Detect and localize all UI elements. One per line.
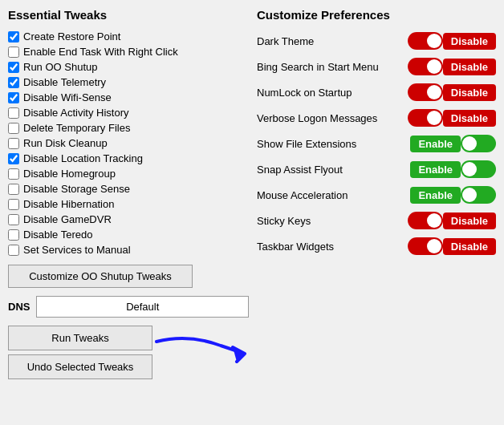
- checkbox-cb13[interactable]: [8, 214, 19, 225]
- checkbox-label: Enable End Task With Right Click: [23, 46, 178, 58]
- toggle-wrap[interactable]: Enable: [410, 135, 496, 152]
- dns-input[interactable]: [36, 296, 249, 318]
- toggle-label: Disable: [443, 110, 496, 127]
- toggle-switch[interactable]: [461, 135, 496, 152]
- arrow-indicator: [148, 330, 253, 366]
- checkbox-cb8[interactable]: [8, 138, 19, 149]
- toggle-wrap[interactable]: Enable: [410, 160, 496, 178]
- pref-label: Sticky Keys: [257, 215, 401, 227]
- preference-list: Dark ThemeDisableBing Search in Start Me…: [257, 28, 496, 259]
- checkbox-cb6[interactable]: [8, 107, 19, 119]
- checkbox-label: Disable GameDVR: [23, 213, 112, 225]
- checkbox-item[interactable]: Disable Activity History: [8, 106, 249, 119]
- pref-label: Dark Theme: [257, 35, 401, 47]
- toggle-switch[interactable]: [408, 83, 443, 101]
- checkbox-cb11[interactable]: [8, 184, 19, 195]
- pref-label: NumLock on Startup: [257, 87, 401, 99]
- checkbox-item[interactable]: Enable End Task With Right Click: [8, 45, 249, 59]
- toggle-wrap[interactable]: Disable: [408, 58, 496, 75]
- checkbox-cb4[interactable]: [8, 77, 19, 88]
- checkbox-label: Disable Storage Sense: [23, 183, 130, 195]
- dns-label: DNS: [8, 301, 30, 313]
- pref-row: Taskbar WidgetsDisable: [257, 233, 496, 259]
- checkbox-label: Delete Temporary Files: [23, 122, 130, 134]
- pref-row: Sticky KeysDisable: [257, 208, 496, 233]
- checkbox-label: Disable Activity History: [23, 107, 128, 119]
- toggle-wrap[interactable]: Enable: [410, 186, 496, 204]
- action-buttons: Run Tweaks Undo Selected Tweaks: [8, 326, 249, 379]
- checkbox-cb3[interactable]: [8, 62, 19, 73]
- toggle-label: Disable: [443, 238, 496, 255]
- checkbox-cb5[interactable]: [8, 92, 19, 103]
- checkbox-item[interactable]: Run Disk Cleanup: [8, 136, 249, 150]
- checkbox-cb10[interactable]: [8, 168, 19, 180]
- checkbox-label: Run Disk Cleanup: [23, 137, 108, 149]
- toggle-switch[interactable]: [408, 58, 443, 75]
- checkbox-cb14[interactable]: [8, 229, 19, 241]
- checkbox-label: Create Restore Point: [23, 30, 120, 42]
- toggle-label: Enable: [410, 187, 461, 204]
- toggle-switch[interactable]: [408, 212, 443, 229]
- pref-label: Verbose Logon Messages: [257, 112, 401, 124]
- checkbox-item[interactable]: Disable Telemetry: [8, 75, 249, 89]
- pref-row: Verbose Logon MessagesDisable: [257, 105, 496, 131]
- run-tweaks-button[interactable]: Run Tweaks: [8, 326, 152, 350]
- checkbox-cb2[interactable]: [8, 47, 19, 58]
- toggle-wrap[interactable]: Disable: [408, 237, 496, 255]
- toggle-wrap[interactable]: Disable: [408, 83, 496, 101]
- checkbox-item[interactable]: Disable Storage Sense: [8, 182, 249, 196]
- checkbox-item[interactable]: Delete Temporary Files: [8, 121, 249, 135]
- checkbox-item[interactable]: Disable Homegroup: [8, 167, 249, 180]
- checkbox-item[interactable]: Disable Wifi-Sense: [8, 91, 249, 104]
- checkbox-cb1[interactable]: [8, 31, 19, 42]
- toggle-label: Disable: [443, 84, 496, 101]
- checkbox-item[interactable]: Disable Location Tracking: [8, 152, 249, 165]
- checkbox-cb12[interactable]: [8, 199, 19, 210]
- toggle-switch[interactable]: [461, 186, 496, 204]
- checkbox-item[interactable]: Create Restore Point: [8, 30, 249, 43]
- toggle-switch[interactable]: [408, 237, 443, 255]
- toggle-wrap[interactable]: Disable: [408, 32, 496, 50]
- checkbox-item[interactable]: Set Services to Manual: [8, 243, 249, 257]
- pref-row: Snap Assist FlyoutEnable: [257, 156, 496, 182]
- pref-label: Show File Extensions: [257, 138, 404, 150]
- pref-label: Mouse Acceleration: [257, 189, 404, 201]
- toggle-label: Disable: [443, 212, 496, 229]
- checkbox-label: Run OO Shutup: [23, 61, 98, 73]
- undo-selected-tweaks-button[interactable]: Undo Selected Tweaks: [8, 354, 152, 379]
- pref-row: Dark ThemeDisable: [257, 28, 496, 54]
- left-panel: Essential Tweaks Create Restore PointEna…: [8, 8, 249, 417]
- checkbox-cb9[interactable]: [8, 153, 19, 164]
- checkbox-list: Create Restore PointEnable End Task With…: [8, 30, 249, 257]
- checkbox-label: Set Services to Manual: [23, 244, 131, 256]
- toggle-switch[interactable]: [408, 32, 443, 50]
- toggle-label: Enable: [410, 161, 461, 178]
- customize-preferences-title: Customize Preferences: [257, 8, 496, 22]
- checkbox-label: Disable Location Tracking: [23, 152, 143, 164]
- customize-oo-shutup-button[interactable]: Customize OO Shutup Tweaks: [8, 265, 193, 288]
- toggle-wrap[interactable]: Disable: [408, 109, 496, 127]
- pref-label: Snap Assist Flyout: [257, 164, 404, 176]
- checkbox-item[interactable]: Disable Hibernation: [8, 197, 249, 211]
- checkbox-label: Disable Telemetry: [23, 76, 106, 88]
- dns-row: DNS: [8, 296, 249, 318]
- pref-row: Bing Search in Start MenuDisable: [257, 54, 496, 79]
- essential-tweaks-title: Essential Tweaks: [8, 8, 249, 22]
- checkbox-label: Disable Homegroup: [23, 168, 116, 180]
- checkbox-item[interactable]: Run OO Shutup: [8, 60, 249, 74]
- checkbox-label: Disable Wifi-Sense: [23, 91, 112, 103]
- checkbox-label: Disable Hibernation: [23, 198, 114, 210]
- checkbox-cb15[interactable]: [8, 245, 19, 256]
- right-panel: Customize Preferences Dark ThemeDisableB…: [257, 8, 496, 417]
- pref-row: Show File ExtensionsEnable: [257, 131, 496, 156]
- checkbox-label: Disable Teredo: [23, 229, 92, 241]
- checkbox-cb7[interactable]: [8, 123, 19, 134]
- checkbox-item[interactable]: Disable Teredo: [8, 228, 249, 241]
- toggle-switch[interactable]: [461, 160, 496, 178]
- checkbox-item[interactable]: Disable GameDVR: [8, 212, 249, 226]
- toggle-switch[interactable]: [408, 109, 443, 127]
- pref-label: Taskbar Widgets: [257, 241, 401, 253]
- toggle-wrap[interactable]: Disable: [408, 212, 496, 229]
- toggle-label: Disable: [443, 33, 496, 50]
- pref-label: Bing Search in Start Menu: [257, 61, 401, 73]
